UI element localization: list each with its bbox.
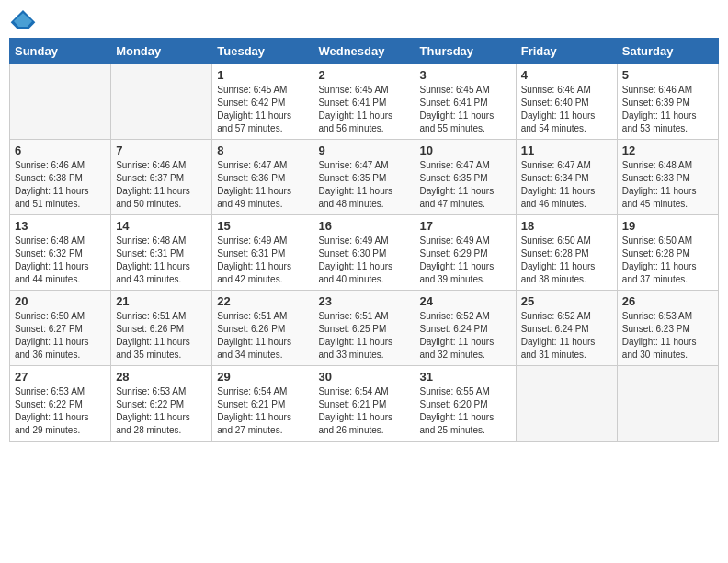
calendar-cell: 30Sunrise: 6:54 AM Sunset: 6:21 PM Dayli… <box>313 366 415 442</box>
day-number: 17 <box>420 219 511 233</box>
day-info: Sunrise: 6:51 AM Sunset: 6:26 PM Dayligh… <box>116 310 207 362</box>
header-wednesday: Wednesday <box>313 39 415 64</box>
day-number: 6 <box>15 144 106 157</box>
page-header <box>9 9 719 29</box>
day-number: 26 <box>622 294 713 308</box>
calendar-cell <box>617 366 718 442</box>
calendar-week-5: 27Sunrise: 6:53 AM Sunset: 6:22 PM Dayli… <box>10 366 719 442</box>
calendar-cell: 15Sunrise: 6:49 AM Sunset: 6:31 PM Dayli… <box>212 215 313 291</box>
day-number: 12 <box>622 144 713 157</box>
day-info: Sunrise: 6:52 AM Sunset: 6:24 PM Dayligh… <box>521 310 612 362</box>
day-number: 27 <box>15 370 106 384</box>
calendar-cell: 19Sunrise: 6:50 AM Sunset: 6:28 PM Dayli… <box>617 215 718 291</box>
calendar-week-1: 1Sunrise: 6:45 AM Sunset: 6:42 PM Daylig… <box>10 64 719 140</box>
calendar-cell: 1Sunrise: 6:45 AM Sunset: 6:42 PM Daylig… <box>212 64 313 140</box>
day-number: 3 <box>420 68 511 82</box>
calendar-cell <box>516 366 617 442</box>
day-number: 22 <box>217 294 308 308</box>
calendar-cell: 20Sunrise: 6:50 AM Sunset: 6:27 PM Dayli… <box>10 291 111 366</box>
day-number: 11 <box>521 144 612 157</box>
day-info: Sunrise: 6:50 AM Sunset: 6:27 PM Dayligh… <box>15 310 106 362</box>
day-number: 13 <box>15 219 106 233</box>
day-number: 7 <box>116 144 207 157</box>
day-number: 10 <box>420 144 511 157</box>
calendar-cell <box>111 64 212 140</box>
calendar-cell: 6Sunrise: 6:46 AM Sunset: 6:38 PM Daylig… <box>10 140 111 215</box>
header-saturday: Saturday <box>617 39 718 64</box>
calendar-cell: 9Sunrise: 6:47 AM Sunset: 6:35 PM Daylig… <box>313 140 415 215</box>
header-monday: Monday <box>111 39 212 64</box>
calendar-cell: 7Sunrise: 6:46 AM Sunset: 6:37 PM Daylig… <box>111 140 212 215</box>
calendar-week-4: 20Sunrise: 6:50 AM Sunset: 6:27 PM Dayli… <box>10 291 719 366</box>
day-number: 1 <box>217 68 308 82</box>
calendar-cell: 3Sunrise: 6:45 AM Sunset: 6:41 PM Daylig… <box>415 64 516 140</box>
day-info: Sunrise: 6:46 AM Sunset: 6:39 PM Dayligh… <box>622 84 713 135</box>
day-number: 5 <box>622 68 713 82</box>
calendar-cell <box>10 64 111 140</box>
day-info: Sunrise: 6:53 AM Sunset: 6:22 PM Dayligh… <box>15 385 106 437</box>
day-info: Sunrise: 6:52 AM Sunset: 6:24 PM Dayligh… <box>420 310 511 362</box>
calendar-cell: 2Sunrise: 6:45 AM Sunset: 6:41 PM Daylig… <box>313 64 415 140</box>
day-info: Sunrise: 6:49 AM Sunset: 6:29 PM Dayligh… <box>420 235 511 286</box>
day-number: 19 <box>622 219 713 233</box>
day-number: 4 <box>521 68 612 82</box>
day-info: Sunrise: 6:48 AM Sunset: 6:32 PM Dayligh… <box>15 235 106 286</box>
day-number: 14 <box>116 219 207 233</box>
calendar-cell: 23Sunrise: 6:51 AM Sunset: 6:25 PM Dayli… <box>313 291 415 366</box>
calendar-cell: 5Sunrise: 6:46 AM Sunset: 6:39 PM Daylig… <box>617 64 718 140</box>
calendar-cell: 21Sunrise: 6:51 AM Sunset: 6:26 PM Dayli… <box>111 291 212 366</box>
day-info: Sunrise: 6:45 AM Sunset: 6:42 PM Dayligh… <box>217 84 308 135</box>
calendar-cell: 22Sunrise: 6:51 AM Sunset: 6:26 PM Dayli… <box>212 291 313 366</box>
day-info: Sunrise: 6:51 AM Sunset: 6:26 PM Dayligh… <box>217 310 308 362</box>
day-info: Sunrise: 6:45 AM Sunset: 6:41 PM Dayligh… <box>318 84 409 135</box>
calendar-cell: 8Sunrise: 6:47 AM Sunset: 6:36 PM Daylig… <box>212 140 313 215</box>
day-info: Sunrise: 6:48 AM Sunset: 6:33 PM Dayligh… <box>622 159 713 211</box>
logo <box>9 9 40 29</box>
day-info: Sunrise: 6:46 AM Sunset: 6:37 PM Dayligh… <box>116 159 207 211</box>
calendar-cell: 16Sunrise: 6:49 AM Sunset: 6:30 PM Dayli… <box>313 215 415 291</box>
day-number: 8 <box>217 144 308 157</box>
day-number: 15 <box>217 219 308 233</box>
header-thursday: Thursday <box>415 39 516 64</box>
day-number: 21 <box>116 294 207 308</box>
day-number: 24 <box>420 294 511 308</box>
day-info: Sunrise: 6:55 AM Sunset: 6:20 PM Dayligh… <box>420 385 511 437</box>
day-info: Sunrise: 6:54 AM Sunset: 6:21 PM Dayligh… <box>217 385 308 437</box>
day-number: 16 <box>318 219 409 233</box>
day-info: Sunrise: 6:48 AM Sunset: 6:31 PM Dayligh… <box>116 235 207 286</box>
day-number: 29 <box>217 370 308 384</box>
day-info: Sunrise: 6:49 AM Sunset: 6:31 PM Dayligh… <box>217 235 308 286</box>
calendar-cell: 14Sunrise: 6:48 AM Sunset: 6:31 PM Dayli… <box>111 215 212 291</box>
day-number: 23 <box>318 294 409 308</box>
calendar-header-row: SundayMondayTuesdayWednesdayThursdayFrid… <box>10 39 719 64</box>
day-info: Sunrise: 6:47 AM Sunset: 6:34 PM Dayligh… <box>521 159 612 211</box>
day-info: Sunrise: 6:53 AM Sunset: 6:22 PM Dayligh… <box>116 385 207 437</box>
calendar-week-2: 6Sunrise: 6:46 AM Sunset: 6:38 PM Daylig… <box>10 140 719 215</box>
day-number: 18 <box>521 219 612 233</box>
day-info: Sunrise: 6:53 AM Sunset: 6:23 PM Dayligh… <box>622 310 713 362</box>
day-number: 2 <box>318 68 409 82</box>
calendar-cell: 10Sunrise: 6:47 AM Sunset: 6:35 PM Dayli… <box>415 140 516 215</box>
day-info: Sunrise: 6:45 AM Sunset: 6:41 PM Dayligh… <box>420 84 511 135</box>
header-friday: Friday <box>516 39 617 64</box>
day-info: Sunrise: 6:49 AM Sunset: 6:30 PM Dayligh… <box>318 235 409 286</box>
calendar-cell: 26Sunrise: 6:53 AM Sunset: 6:23 PM Dayli… <box>617 291 718 366</box>
day-info: Sunrise: 6:51 AM Sunset: 6:25 PM Dayligh… <box>318 310 409 362</box>
calendar-cell: 17Sunrise: 6:49 AM Sunset: 6:29 PM Dayli… <box>415 215 516 291</box>
calendar-cell: 18Sunrise: 6:50 AM Sunset: 6:28 PM Dayli… <box>516 215 617 291</box>
logo-icon <box>9 10 37 29</box>
calendar-table: SundayMondayTuesdayWednesdayThursdayFrid… <box>9 38 719 442</box>
calendar-cell: 25Sunrise: 6:52 AM Sunset: 6:24 PM Dayli… <box>516 291 617 366</box>
header-sunday: Sunday <box>10 39 111 64</box>
day-info: Sunrise: 6:46 AM Sunset: 6:38 PM Dayligh… <box>15 159 106 211</box>
day-number: 31 <box>420 370 511 384</box>
day-info: Sunrise: 6:46 AM Sunset: 6:40 PM Dayligh… <box>521 84 612 135</box>
day-info: Sunrise: 6:50 AM Sunset: 6:28 PM Dayligh… <box>521 235 612 286</box>
calendar-cell: 12Sunrise: 6:48 AM Sunset: 6:33 PM Dayli… <box>617 140 718 215</box>
day-info: Sunrise: 6:47 AM Sunset: 6:35 PM Dayligh… <box>318 159 409 211</box>
day-info: Sunrise: 6:54 AM Sunset: 6:21 PM Dayligh… <box>318 385 409 437</box>
calendar-cell: 31Sunrise: 6:55 AM Sunset: 6:20 PM Dayli… <box>415 366 516 442</box>
calendar-cell: 11Sunrise: 6:47 AM Sunset: 6:34 PM Dayli… <box>516 140 617 215</box>
day-info: Sunrise: 6:47 AM Sunset: 6:36 PM Dayligh… <box>217 159 308 211</box>
calendar-week-3: 13Sunrise: 6:48 AM Sunset: 6:32 PM Dayli… <box>10 215 719 291</box>
